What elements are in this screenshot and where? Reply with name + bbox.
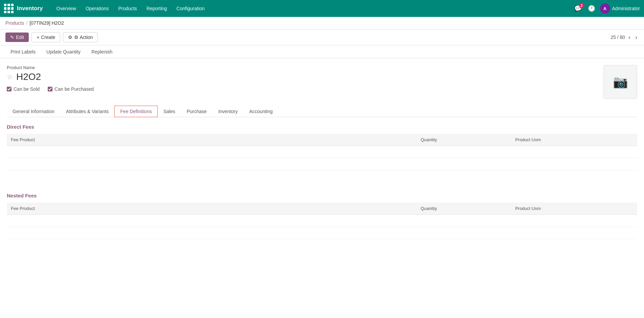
action-label: ⚙ Action — [74, 35, 93, 40]
product-checkboxes: Can be Sold Can be Purchased — [7, 86, 603, 92]
topnav-right-area: 💬 2 🕐 A Administrator — [573, 3, 640, 14]
breadcrumb-separator: / — [26, 20, 27, 26]
nested-fees-col-qty: Quantity — [417, 203, 511, 215]
can-be-purchased-checkbox[interactable] — [48, 87, 52, 91]
admin-label: Administrator — [612, 6, 640, 11]
nested-fees-empty-row-1 — [7, 214, 637, 227]
pagination: 25 / 80 ‹ › — [610, 33, 639, 42]
product-tabs: General Information Attributes & Variant… — [7, 106, 637, 117]
favorite-star-icon[interactable]: ☆ — [7, 73, 13, 81]
nested-fees-empty-row-3 — [7, 239, 637, 251]
breadcrumb-current: [07TIN29] H2O2 — [29, 20, 64, 26]
tab-replenish[interactable]: Replenish — [86, 45, 117, 58]
prev-page-button[interactable]: ‹ — [627, 33, 632, 42]
camera-icon: 📷 — [613, 75, 628, 89]
tab-attributes-variants[interactable]: Attributes & Variants — [60, 106, 115, 117]
tab-fee-definitions[interactable]: Fee Definitions — [114, 106, 157, 117]
direct-fees-col-qty: Quantity — [417, 134, 511, 146]
notification-badge: 2 — [579, 3, 584, 8]
breadcrumb-parent[interactable]: Products — [5, 20, 24, 26]
can-be-purchased-checkbox-label[interactable]: Can be Purchased — [48, 86, 94, 92]
can-be-sold-checkbox[interactable] — [7, 87, 12, 91]
pagination-text: 25 / 80 — [610, 35, 625, 40]
plus-icon: + — [37, 35, 39, 40]
admin-menu[interactable]: A Administrator — [600, 3, 640, 14]
gear-icon: ⚙ — [68, 35, 72, 40]
direct-fees-empty-row-1 — [7, 146, 637, 158]
product-image-placeholder[interactable]: 📷 — [603, 65, 637, 99]
edit-icon: ✎ — [10, 35, 14, 40]
edit-button[interactable]: ✎ Edit — [5, 33, 29, 42]
breadcrumb: Products / [07TIN29] H2O2 — [0, 17, 644, 29]
direct-fees-empty-row-2 — [7, 158, 637, 170]
menu-item-reporting[interactable]: Reporting — [142, 4, 171, 13]
create-label: Create — [41, 35, 55, 40]
can-be-purchased-label: Can be Purchased — [54, 86, 94, 92]
apps-menu-icon[interactable] — [4, 4, 14, 13]
menu-item-configuration[interactable]: Configuration — [172, 4, 208, 13]
direct-fees-col-uom: Product Uom — [511, 134, 637, 146]
product-title-row: ☆ H2O2 — [7, 71, 603, 82]
product-title: H2O2 — [16, 71, 41, 82]
top-menu: Overview Operations Products Reporting C… — [52, 4, 573, 13]
tab-update-quantity[interactable]: Update Quantity — [41, 45, 86, 58]
toolbar: ✎ Edit + Create ⚙ ⚙ Action 25 / 80 ‹ › — [0, 29, 644, 45]
direct-fees-title: Direct Fees — [7, 124, 637, 130]
top-navigation: Inventory Overview Operations Products R… — [0, 0, 644, 17]
app-name[interactable]: Inventory — [17, 5, 43, 12]
tab-general-information[interactable]: General Information — [7, 106, 60, 117]
clock-icon[interactable]: 🕐 — [586, 3, 597, 14]
direct-fees-col-product: Fee Product — [7, 134, 417, 146]
product-info: Product Name ☆ H2O2 Can be Sold Can be P… — [7, 65, 603, 92]
nested-fees-table: Fee Product Quantity Product Uom — [7, 203, 637, 251]
tab-sales[interactable]: Sales — [158, 106, 181, 117]
nested-fees-title: Nested Fees — [7, 193, 637, 198]
notification-icon[interactable]: 💬 2 — [573, 3, 583, 14]
main-content: Product Name ☆ H2O2 Can be Sold Can be P… — [0, 58, 644, 318]
edit-label: Edit — [16, 35, 24, 40]
next-page-button[interactable]: › — [634, 33, 639, 42]
create-button[interactable]: + Create — [31, 32, 60, 42]
nested-fees-col-product: Fee Product — [7, 203, 417, 215]
product-name-label: Product Name — [7, 65, 603, 70]
tab-accounting[interactable]: Accounting — [243, 106, 278, 117]
avatar: A — [600, 3, 610, 14]
direct-fees-empty-row-3 — [7, 170, 637, 183]
can-be-sold-checkbox-label[interactable]: Can be Sold — [7, 86, 40, 92]
tab-purchase[interactable]: Purchase — [181, 106, 213, 117]
menu-item-operations[interactable]: Operations — [82, 4, 113, 13]
nested-fees-section: Nested Fees Fee Product Quantity Product… — [7, 193, 637, 251]
nested-fees-col-uom: Product Uom — [511, 203, 637, 215]
menu-item-products[interactable]: Products — [114, 4, 141, 13]
nested-fees-empty-row-2 — [7, 227, 637, 239]
tab-print-labels[interactable]: Print Labels — [5, 45, 41, 58]
action-button[interactable]: ⚙ ⚙ Action — [63, 32, 98, 42]
menu-item-overview[interactable]: Overview — [52, 4, 80, 13]
product-header: Product Name ☆ H2O2 Can be Sold Can be P… — [7, 65, 637, 99]
direct-fees-table: Fee Product Quantity Product Uom — [7, 134, 637, 183]
tab-inventory[interactable]: Inventory — [213, 106, 244, 117]
direct-fees-section: Direct Fees Fee Product Quantity Product… — [7, 124, 637, 183]
action-tabs-bar: Print Labels Update Quantity Replenish — [0, 45, 644, 58]
can-be-sold-label: Can be Sold — [14, 86, 40, 92]
